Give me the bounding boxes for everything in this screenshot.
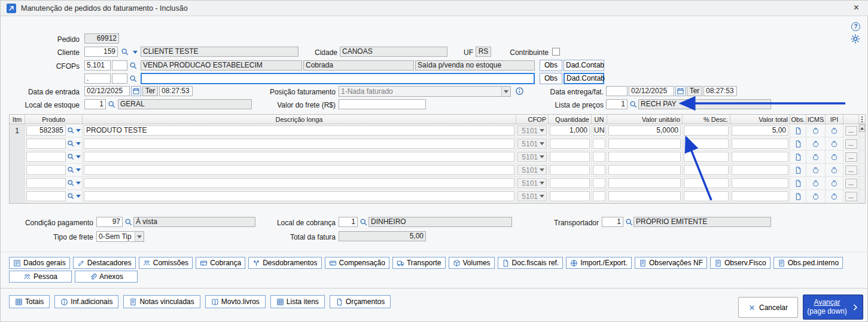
desdobramentos-button[interactable]: Desdobramentos [248, 257, 321, 269]
obs-document-icon[interactable] [794, 166, 802, 174]
anexos-button[interactable]: Anexos [75, 271, 138, 283]
grid-menu-icon[interactable] [859, 115, 865, 124]
quantidade-input[interactable] [550, 152, 590, 162]
notas-vinculadas-button[interactable]: Notas vinculadas [123, 295, 200, 308]
pessoa-button[interactable]: Pessoa [9, 271, 72, 283]
valor-frete-input[interactable] [339, 99, 426, 109]
perc-desc-input[interactable] [684, 191, 729, 201]
produto-search-icon[interactable] [67, 127, 75, 134]
grid-scrollbar-cell[interactable] [859, 190, 865, 203]
quantidade-input[interactable] [550, 178, 590, 188]
produto-search-icon[interactable] [67, 140, 75, 148]
icms-money-bag-icon[interactable] [812, 192, 820, 201]
local-cobranca-search-icon[interactable] [360, 218, 368, 226]
cfop-select[interactable]: 5101 [517, 191, 547, 201]
data-entrada-calendar-icon[interactable] [131, 86, 141, 96]
data-entrega-extra-input[interactable] [606, 86, 628, 96]
import-export-button[interactable]: Import./Export. [566, 257, 632, 269]
cfop2-search-icon[interactable] [129, 75, 138, 83]
produto-input[interactable]: 582385 [26, 125, 66, 136]
lista-itens-button[interactable]: Lista itens [270, 295, 325, 308]
comissoes-button[interactable]: Comissões [139, 257, 193, 269]
row-more-button[interactable]: ... [845, 139, 857, 149]
ipi-money-bag-icon[interactable] [830, 153, 838, 161]
descricao-input[interactable] [84, 178, 514, 188]
tipo-frete-select[interactable]: 0-Sem Tip [96, 231, 144, 242]
descricao-input[interactable] [84, 191, 514, 201]
local-cobranca-code-input[interactable]: 1 [339, 217, 358, 227]
cobranca-button[interactable]: Cobrança [196, 257, 245, 269]
valor-unitario-input[interactable] [608, 152, 681, 162]
ipi-money-bag-icon[interactable] [830, 127, 838, 135]
produto-dropdown-icon[interactable] [76, 182, 81, 185]
cfop-select[interactable]: 5101 [517, 152, 547, 162]
icms-money-bag-icon[interactable] [812, 140, 820, 148]
observacoes-nf-button[interactable]: Observações NF [635, 257, 707, 269]
lista-precos-search-icon[interactable] [629, 100, 638, 109]
un-input[interactable]: UN [593, 125, 605, 136]
tipo-frete-caret-down-icon[interactable] [135, 232, 144, 241]
local-estoque-search-icon[interactable] [108, 100, 116, 109]
cfop-select[interactable]: 5101 [517, 125, 547, 136]
data-entrada-time-input[interactable]: 08:27:53 [159, 86, 193, 96]
transporte-button[interactable]: Transporte [392, 257, 446, 269]
condicao-pagamento-search-icon[interactable] [124, 218, 133, 226]
quantidade-input[interactable] [550, 139, 590, 149]
un-input[interactable] [593, 191, 605, 201]
icms-money-bag-icon[interactable] [812, 166, 820, 174]
perc-desc-input[interactable] [684, 178, 729, 188]
grid-scrollbar-cell[interactable] [859, 164, 865, 176]
produto-input[interactable] [26, 178, 66, 188]
quantidade-input[interactable] [550, 191, 590, 201]
row-more-button[interactable]: ... [845, 126, 857, 136]
destacadores-button[interactable]: Destacadores [73, 257, 136, 269]
observ-fisco-button[interactable]: Observ.Fisco [710, 257, 770, 269]
posicao-info-icon[interactable] [515, 87, 524, 96]
cliente-dropdown-icon[interactable] [133, 51, 138, 54]
produto-dropdown-icon[interactable] [76, 168, 81, 171]
perc-desc-input[interactable] [684, 165, 729, 175]
descricao-input[interactable]: PRODUTO TESTE [84, 125, 514, 136]
produto-dropdown-icon[interactable] [76, 155, 81, 158]
condicao-pagamento-code-input[interactable]: 97 [96, 217, 123, 227]
quantidade-input[interactable]: 1,000 [550, 125, 590, 136]
produto-search-icon[interactable] [67, 166, 75, 174]
inf-adicionais-button[interactable]: Inf.adicionais [54, 295, 118, 308]
cfop2-dadcontab-button[interactable]: Dad.Contab [564, 73, 604, 84]
grid-scrollbar-cell[interactable] [859, 151, 865, 163]
cfop1-code-input[interactable]: 5.101 [84, 60, 111, 70]
grid-scrollbar-cell[interactable] [859, 124, 865, 137]
produto-input[interactable] [26, 165, 66, 175]
help-icon[interactable]: ? [851, 22, 860, 31]
data-entrega-calendar-icon[interactable] [675, 86, 686, 96]
descricao-input[interactable] [84, 139, 514, 149]
icms-money-bag-icon[interactable] [812, 153, 820, 161]
produto-input[interactable] [26, 191, 66, 201]
cliente-search-icon[interactable] [121, 48, 129, 56]
ipi-money-bag-icon[interactable] [830, 140, 838, 148]
produto-dropdown-icon[interactable] [76, 129, 81, 132]
obs-document-icon[interactable] [794, 192, 802, 201]
descricao-input[interactable] [84, 152, 514, 162]
valor-unitario-input[interactable]: 5,0000 [608, 125, 681, 136]
dados-gerais-button[interactable]: Dados gerais [9, 257, 70, 269]
cfop-select[interactable]: 5101 [517, 139, 547, 149]
orcamentos-button[interactable]: Orçamentos [330, 295, 391, 308]
descricao-input[interactable] [84, 165, 514, 175]
cfop-select[interactable]: 5101 [517, 178, 547, 188]
valor-unitario-input[interactable] [608, 165, 681, 175]
icms-money-bag-icon[interactable] [812, 179, 820, 188]
icms-money-bag-icon[interactable] [812, 127, 820, 135]
row-more-button[interactable]: ... [845, 165, 857, 175]
close-icon[interactable]: × [854, 2, 859, 13]
transportador-code-input[interactable]: 1 [602, 217, 623, 227]
row-more-button[interactable]: ... [845, 192, 857, 201]
produto-search-icon[interactable] [67, 153, 75, 161]
un-input[interactable] [593, 152, 605, 162]
advance-button[interactable]: Avançar(page down) [803, 295, 863, 320]
valor-unitario-input[interactable] [608, 191, 681, 201]
lista-precos-code-input[interactable]: 1 [606, 99, 628, 109]
un-input[interactable] [593, 139, 605, 149]
scroll-up-icon[interactable] [859, 124, 865, 132]
cfop2-obs-button[interactable]: Obs [540, 73, 562, 84]
